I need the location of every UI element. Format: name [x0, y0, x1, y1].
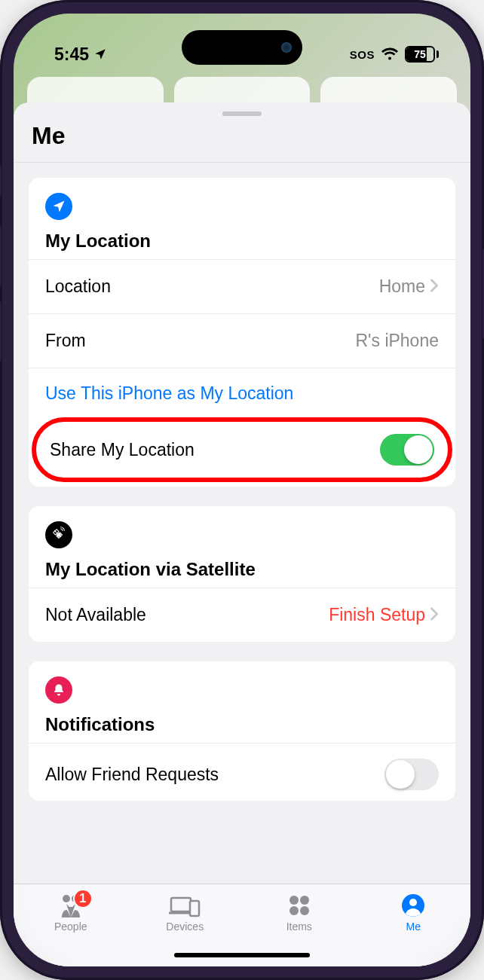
location-label: Location — [45, 276, 111, 297]
tab-me-label: Me — [406, 920, 421, 933]
svg-point-0 — [57, 533, 61, 537]
satellite-title: My Location via Satellite — [45, 559, 439, 580]
allow-friend-requests-toggle[interactable] — [384, 759, 439, 790]
share-my-location-toggle[interactable] — [380, 434, 434, 466]
from-row: From R's iPhone — [29, 313, 455, 368]
tab-people[interactable]: 1 People — [37, 893, 105, 933]
tab-people-label: People — [54, 920, 87, 933]
svg-point-6 — [300, 896, 309, 905]
tab-items[interactable]: Items — [265, 893, 333, 933]
front-camera-icon — [281, 42, 292, 53]
tab-devices-label: Devices — [166, 920, 204, 933]
battery-indicator: 75 — [405, 46, 439, 63]
my-location-card: My Location Location Home From — [29, 178, 455, 487]
people-badge: 1 — [73, 889, 93, 908]
share-my-location-row[interactable]: Share My Location — [36, 422, 448, 478]
notifications-title: Notifications — [45, 714, 439, 735]
me-sheet: Me My Location Location — [14, 102, 470, 966]
use-this-iphone-link[interactable]: Use This iPhone as My Location — [29, 368, 455, 419]
share-my-location-highlight: Share My Location — [32, 417, 452, 482]
svg-rect-4 — [190, 901, 199, 916]
dynamic-island — [182, 30, 302, 65]
bell-icon — [45, 676, 439, 704]
tab-items-label: Items — [286, 920, 312, 933]
from-label: From — [45, 331, 86, 351]
tab-me[interactable]: Me — [379, 893, 447, 933]
physical-volume-down — [0, 301, 2, 362]
physical-silence-switch — [0, 166, 2, 196]
home-indicator[interactable] — [174, 953, 310, 957]
battery-percentage: 75 — [414, 48, 426, 60]
satellite-status-label: Not Available — [45, 605, 146, 625]
chevron-right-icon — [430, 605, 439, 625]
chevron-right-icon — [430, 276, 439, 297]
sheet-scroll-area[interactable]: My Location Location Home From — [14, 163, 470, 966]
satellite-status-row[interactable]: Not Available Finish Setup — [29, 588, 455, 642]
my-location-title: My Location — [45, 230, 439, 252]
allow-friend-requests-row[interactable]: Allow Friend Requests — [29, 743, 455, 801]
iphone-device-frame: 5:45 SOS 75 — [0, 0, 484, 980]
tab-devices[interactable]: Devices — [151, 893, 219, 933]
status-time: 5:45 — [54, 44, 89, 65]
sos-indicator: SOS — [350, 48, 375, 61]
svg-point-1 — [63, 895, 70, 902]
sheet-grabber[interactable] — [222, 111, 262, 116]
from-value: R's iPhone — [355, 331, 439, 351]
screen: 5:45 SOS 75 — [14, 14, 470, 966]
location-arrow-icon — [45, 193, 439, 220]
svg-point-8 — [300, 906, 309, 915]
wifi-icon — [381, 47, 399, 62]
svg-point-5 — [289, 896, 299, 905]
svg-point-7 — [289, 906, 299, 915]
share-my-location-label: Share My Location — [50, 440, 195, 460]
sheet-title: Me — [14, 122, 470, 162]
location-value: Home — [379, 276, 425, 297]
physical-volume-up — [0, 226, 2, 286]
location-row[interactable]: Location Home — [29, 259, 455, 313]
finish-setup-label: Finish Setup — [329, 605, 425, 625]
location-services-icon — [93, 47, 107, 61]
svg-point-10 — [409, 899, 417, 906]
satellite-card: My Location via Satellite Not Available … — [29, 506, 455, 642]
satellite-icon — [45, 521, 439, 548]
use-this-iphone-label: Use This iPhone as My Location — [45, 383, 293, 403]
svg-rect-3 — [171, 898, 191, 911]
notifications-card: Notifications Allow Friend Requests — [29, 661, 455, 801]
allow-friend-requests-label: Allow Friend Requests — [45, 765, 219, 785]
